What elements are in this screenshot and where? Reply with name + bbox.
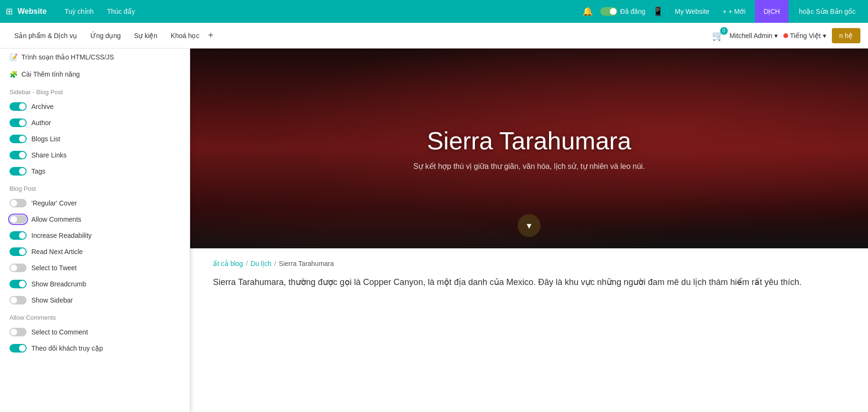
archive-toggle[interactable] [10, 102, 27, 111]
breadcrumb-home-link[interactable]: ất cả blog [213, 260, 243, 267]
breadcrumb-current: Sierra Tarahumara [279, 260, 334, 267]
show-breadcrumb-label: Show Breadcrumb [31, 280, 86, 288]
author-toggle[interactable] [10, 118, 27, 127]
tags-toggle[interactable] [10, 167, 27, 176]
toggle-theo-doi[interactable]: Theo dõi khách truy cập [0, 340, 190, 356]
show-sidebar-toggle[interactable] [10, 296, 27, 304]
read-next-article-toggle[interactable] [10, 247, 27, 256]
toggle-share-links[interactable]: Share Links [0, 147, 190, 163]
customize-panel: 📝 Trình soạn thảo HTML/CSS/JS 🧩 Cài Thêm… [0, 49, 190, 412]
toggle-show-breadcrumb[interactable]: Show Breadcrumb [0, 276, 190, 292]
lang-flag-icon [783, 33, 788, 38]
toggle-author[interactable]: Author [0, 115, 190, 131]
archive-label: Archive [31, 103, 54, 110]
show-sidebar-label: Show Sidebar [31, 296, 73, 304]
admin-name: Mitchell Admin [730, 32, 772, 39]
add-feature-item[interactable]: 🧩 Cài Thêm tính năng [0, 66, 190, 83]
lang-label: Tiếng Việt [790, 32, 821, 39]
content-area: Sierra Tarahumara Sự kết hợp thú vị giữa… [190, 49, 868, 412]
admin-menu-button[interactable]: Mitchell Admin ▾ [730, 32, 778, 39]
new-button[interactable]: + + Mới [717, 4, 751, 19]
toggle-show-sidebar[interactable]: Show Sidebar [0, 292, 190, 308]
contact-button[interactable]: n hệ [832, 28, 860, 43]
puzzle-icon: 🧩 [10, 70, 18, 78]
author-label: Author [31, 119, 51, 127]
blog-content-area: ất cả blog / Du lịch / Sierra Tarahumara… [190, 248, 868, 301]
theo-doi-label: Theo dõi khách truy cập [31, 344, 103, 352]
admin-chevron-icon: ▾ [774, 32, 778, 39]
plus-icon: + [723, 8, 726, 15]
increase-readability-label: Increase Readability [31, 232, 92, 239]
blog-body-text: Sierra Tarahumara, thường được gọi là Co… [213, 275, 845, 290]
blogs-list-label: Blogs List [31, 135, 60, 143]
toggle-tags[interactable]: Tags [0, 163, 190, 179]
share-links-toggle[interactable] [10, 151, 27, 159]
site-title: Website [18, 7, 47, 16]
publish-toggle-group: Đã đăng [600, 7, 646, 16]
toggle-select-to-tweet[interactable]: Select to Tweet [0, 260, 190, 276]
cart-badge: 0 [720, 27, 728, 35]
publish-toggle[interactable] [600, 7, 617, 16]
breadcrumb: ất cả blog / Du lịch / Sierra Tarahumara [213, 260, 845, 267]
language-button[interactable]: Tiếng Việt ▾ [783, 32, 826, 39]
regular-cover-label: 'Regular' Cover [31, 199, 77, 207]
notification-icon[interactable]: 🔔 [579, 6, 597, 17]
read-next-article-label: Read Next Article [31, 248, 83, 255]
select-to-tweet-toggle[interactable] [10, 264, 27, 272]
add-nav-item-button[interactable]: + [206, 30, 215, 41]
html-editor-item[interactable]: 📝 Trình soạn thảo HTML/CSS/JS [0, 49, 190, 66]
toggle-regular-cover[interactable]: 'Regular' Cover [0, 195, 190, 211]
sua-ban-goc-button[interactable]: hoặc Sửa Bản gốc [792, 0, 862, 23]
nav-item-su-kien[interactable]: Sự kiện [127, 23, 164, 49]
select-to-tweet-label: Select to Tweet [31, 264, 77, 272]
lang-chevron-icon: ▾ [823, 32, 826, 39]
share-links-label: Share Links [31, 151, 67, 159]
allow-comments-section-label: Allow Comments [0, 308, 190, 324]
toggle-increase-readability[interactable]: Increase Readability [0, 227, 190, 244]
allow-comments-toggle[interactable] [10, 215, 27, 224]
show-breadcrumb-toggle[interactable] [10, 280, 27, 288]
toggle-archive[interactable]: Archive [0, 98, 190, 115]
chevron-down-icon: ▾ [527, 220, 531, 231]
second-navigation: Sản phẩm & Dịch vụ Ứng dụng Sự kiện Khoá… [0, 23, 868, 49]
code-icon: 📝 [10, 53, 18, 61]
toggle-select-to-comment[interactable]: Select to Comment [0, 324, 190, 340]
select-to-comment-label: Select to Comment [31, 328, 88, 336]
mobile-preview-icon[interactable]: 📱 [649, 6, 667, 17]
toggle-read-next-article[interactable]: Read Next Article [0, 244, 190, 260]
tags-label: Tags [31, 167, 46, 175]
main-area: 📝 Trình soạn thảo HTML/CSS/JS 🧩 Cài Thêm… [0, 49, 868, 412]
toggle-allow-comments[interactable]: Allow Comments [0, 211, 190, 227]
regular-cover-toggle[interactable] [10, 199, 27, 207]
sidebar-section-label: Sidebar - Blog Post [0, 83, 190, 98]
hero-title: Sierra Tarahumara [427, 127, 631, 155]
increase-readability-toggle[interactable] [10, 231, 27, 240]
breadcrumb-sep-2: / [274, 260, 276, 267]
blog-post-section-label: Blog Post [0, 179, 190, 195]
toggle-blogs-list[interactable]: Blogs List [0, 131, 190, 147]
breadcrumb-sep-1: / [246, 260, 248, 267]
thuc-day-button[interactable]: Thúc đẩy [100, 0, 142, 23]
publish-label: Đã đăng [620, 8, 646, 15]
nav-item-san-pham[interactable]: Sản phẩm & Dịch vụ [8, 23, 84, 49]
nav-item-ung-dung[interactable]: Ứng dụng [84, 23, 127, 49]
dich-button[interactable]: DỊCH [755, 0, 788, 23]
scroll-down-button[interactable]: ▾ [518, 214, 540, 237]
nav-item-khoa-hoc[interactable]: Khoá học [164, 23, 206, 49]
cart-button[interactable]: 🛒 0 [712, 30, 724, 41]
hero-section: Sierra Tarahumara Sự kết hợp thú vị giữa… [190, 49, 868, 248]
breadcrumb-category-link[interactable]: Du lịch [251, 260, 271, 267]
grid-icon[interactable]: ⊞ [6, 6, 13, 17]
theo-doi-toggle[interactable] [10, 344, 27, 353]
top-navigation: ⊞ Website Tuỳ chỉnh Thúc đẩy 🔔 Đã đăng 📱… [0, 0, 868, 23]
hero-subtitle: Sự kết hợp thú vị giữa thư giãn, văn hóa… [413, 162, 645, 171]
tuy-chinh-button[interactable]: Tuỳ chỉnh [58, 0, 100, 23]
allow-comments-label: Allow Comments [31, 216, 81, 223]
blogs-list-toggle[interactable] [10, 135, 27, 143]
my-website-link[interactable]: My Website [675, 8, 709, 15]
select-to-comment-toggle[interactable] [10, 328, 27, 336]
